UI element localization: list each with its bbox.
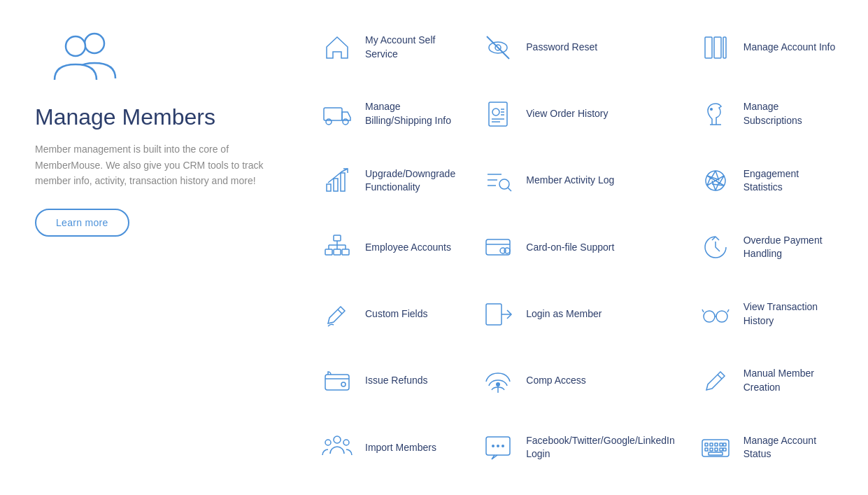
feature-manual-member-creation[interactable]: Manual Member Creation: [686, 347, 847, 414]
feature-employee-accounts[interactable]: Employee Accounts: [308, 214, 469, 281]
group-icon: [319, 429, 355, 466]
svg-rect-19: [327, 184, 331, 191]
pencil-edit-icon: [697, 363, 734, 399]
org-chart-icon: [319, 229, 355, 265]
feature-label: Engagement Statistics: [744, 167, 836, 195]
svg-line-4: [487, 36, 509, 59]
svg-rect-77: [720, 443, 723, 446]
svg-point-25: [499, 179, 509, 189]
feature-member-activity-log[interactable]: Member Activity Log: [469, 148, 685, 214]
feature-label: Comp Access: [526, 374, 586, 388]
feature-view-transaction-history[interactable]: View Transaction History: [686, 281, 847, 347]
svg-rect-54: [486, 304, 501, 325]
pencil-link-icon: [319, 296, 355, 333]
feature-label: Facebook/Twitter/Google/LinkedIn Login: [526, 434, 674, 461]
feature-card-on-file[interactable]: Card-on-file Support: [469, 214, 685, 281]
receipt-icon: [480, 96, 516, 132]
svg-point-64: [496, 382, 500, 386]
svg-point-72: [501, 445, 504, 447]
feature-manage-account-info[interactable]: Manage Account Info: [686, 14, 847, 81]
features-grid: My Account Self Service Password Reset: [308, 14, 847, 481]
feature-manage-billing[interactable]: Manage Billing/Shipping Info: [308, 81, 469, 147]
svg-rect-84: [709, 452, 723, 455]
svg-line-65: [718, 375, 722, 379]
clock-back-icon: [697, 229, 734, 265]
social-chat-icon: [480, 429, 516, 466]
svg-point-66: [334, 436, 341, 443]
feature-password-reset[interactable]: Password Reset: [469, 14, 685, 81]
feature-engagement-statistics[interactable]: Engagement Statistics: [686, 148, 847, 214]
svg-point-9: [326, 119, 332, 125]
svg-rect-74: [705, 443, 708, 446]
keyboard-icon: [697, 429, 734, 466]
svg-point-56: [704, 311, 715, 322]
svg-rect-6: [714, 37, 721, 58]
feature-label: Overdue Payment Handling: [744, 234, 836, 261]
svg-point-71: [497, 445, 499, 447]
feature-label: Employee Accounts: [365, 241, 451, 255]
feature-login-as-member[interactable]: Login as Member: [469, 281, 685, 347]
svg-rect-61: [325, 375, 349, 390]
glasses-icon: [697, 296, 734, 333]
feature-upgrade-downgrade[interactable]: Upgrade/Downgrade Functionality: [308, 148, 469, 214]
home-icon: [319, 29, 355, 66]
feature-facebook-login[interactable]: Facebook/Twitter/Google/LinkedIn Login: [469, 414, 685, 481]
svg-rect-21: [341, 173, 345, 191]
page-description: Member management is built into the core…: [35, 141, 266, 188]
feature-manage-subscriptions[interactable]: Manage Subscriptions: [686, 81, 847, 147]
logo-icon: [35, 28, 266, 87]
feature-comp-access[interactable]: Comp Access: [469, 347, 685, 414]
broadcast-icon: [480, 363, 516, 399]
svg-point-68: [343, 440, 349, 445]
feature-my-account-self-service[interactable]: My Account Self Service: [308, 14, 469, 81]
truck-icon: [319, 96, 355, 132]
feature-custom-fields[interactable]: Custom Fields: [308, 281, 469, 347]
feature-issue-refunds[interactable]: Issue Refunds: [308, 347, 469, 414]
svg-rect-83: [723, 448, 726, 451]
columns-icon: [697, 29, 734, 66]
svg-line-35: [716, 182, 719, 190]
feature-label: Issue Refunds: [365, 374, 428, 388]
eye-off-icon: [480, 29, 516, 66]
feature-label: Card-on-file Support: [526, 241, 614, 255]
feature-import-members[interactable]: Import Members: [308, 414, 469, 481]
feature-manage-account-status[interactable]: Manage Account Status: [686, 414, 847, 481]
svg-rect-76: [715, 443, 718, 446]
svg-rect-49: [486, 239, 510, 255]
feature-label: Manage Billing/Shipping Info: [365, 100, 457, 127]
feature-label: My Account Self Service: [365, 34, 457, 61]
feature-label: Password Reset: [526, 41, 597, 55]
svg-rect-20: [334, 179, 338, 191]
feature-label: Manual Member Creation: [744, 367, 836, 394]
wallet-icon: [319, 363, 355, 399]
svg-rect-75: [710, 443, 713, 446]
feature-label: Custom Fields: [365, 307, 427, 321]
feature-label: Manage Account Status: [744, 434, 836, 461]
feature-label: Login as Member: [526, 307, 602, 321]
svg-line-59: [702, 309, 704, 312]
feature-label: Import Members: [365, 441, 436, 455]
svg-rect-78: [723, 443, 726, 446]
svg-point-18: [710, 108, 713, 111]
svg-point-0: [85, 34, 104, 53]
feature-overdue-payment[interactable]: Overdue Payment Handling: [686, 214, 847, 281]
feature-view-order-history[interactable]: View Order History: [469, 81, 685, 147]
chess-knight-icon: [697, 96, 734, 132]
svg-rect-7: [723, 37, 726, 58]
svg-rect-40: [334, 235, 341, 241]
left-panel: Manage Members Member management is buil…: [0, 0, 294, 495]
svg-rect-81: [715, 448, 718, 451]
svg-point-52: [504, 248, 510, 253]
svg-rect-82: [720, 448, 723, 451]
svg-point-12: [492, 109, 499, 116]
svg-rect-5: [705, 37, 712, 58]
svg-rect-41: [325, 249, 332, 255]
svg-line-60: [727, 309, 729, 312]
svg-point-1: [66, 36, 85, 56]
svg-point-70: [492, 445, 495, 447]
svg-rect-42: [334, 249, 341, 255]
svg-line-53: [338, 309, 342, 314]
svg-line-26: [508, 188, 511, 191]
learn-more-button[interactable]: Learn more: [35, 209, 129, 237]
svg-point-67: [325, 440, 331, 445]
